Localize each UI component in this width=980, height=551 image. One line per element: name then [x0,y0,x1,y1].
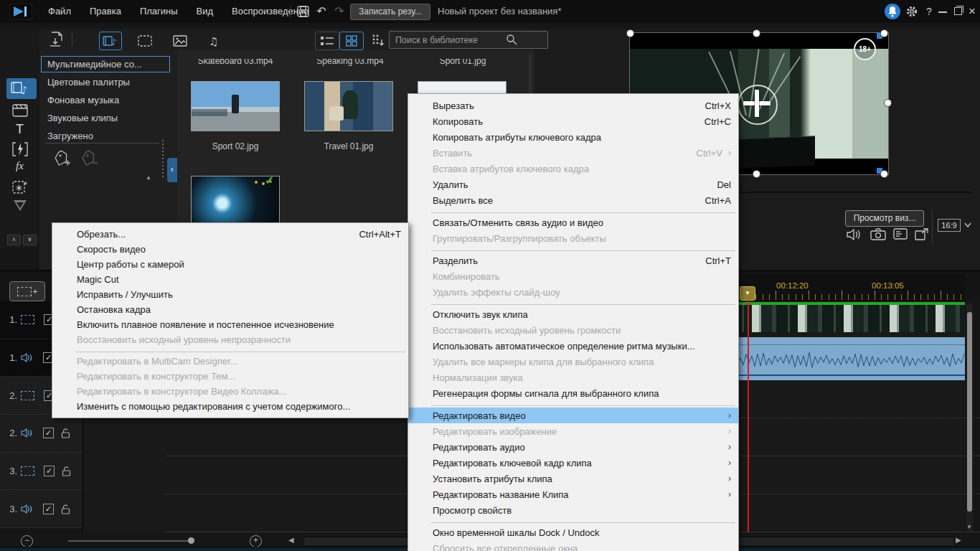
context-menu-item[interactable]: Использовать автоматическое определение … [408,338,738,354]
particle-room-icon[interactable] [0,199,39,212]
track-header-row[interactable]: 2. ✓ [0,415,83,453]
library-category-item[interactable]: Фоновая музыка [41,92,170,108]
resize-handle[interactable] [881,30,887,37]
produce-button[interactable]: Записать резу... [350,4,430,20]
sort-icon[interactable] [372,34,385,47]
submenu-item[interactable]: Редактировать в конструкторе Видео Колла… [52,384,408,399]
filter-photo-icon[interactable] [169,32,192,50]
overlay-room-icon[interactable]: ∗∗ [0,179,39,195]
context-menu-item[interactable]: Нормализация звука [408,369,738,385]
context-menu-item[interactable] [408,401,738,408]
search-input[interactable] [389,31,548,49]
library-category-item[interactable]: Звуковые клипы [41,110,170,126]
preview-quality-button[interactable]: Просмотр виз... [845,210,924,227]
track-lock-icon[interactable] [62,466,71,476]
submenu-item[interactable]: Включить плавное появление и постепенное… [52,317,408,332]
room-scroll-down-icon[interactable]: ∨ [23,235,37,245]
context-menu-item[interactable]: Связать/Отменить связь аудио и видео [408,215,738,230]
zoom-slider-handle[interactable] [188,537,194,544]
media-thumbnail-selected[interactable]: ✓ [191,176,280,226]
room-scroll-up-icon[interactable]: ∧ [7,235,21,245]
resize-handle[interactable] [885,100,891,106]
submenu-item[interactable]: Исправить / Улучшить [52,287,408,302]
context-menu-item[interactable]: Редактировать изображение › [408,423,738,439]
notifications-bell-icon[interactable] [885,4,900,19]
context-menu-item[interactable]: Установить атрибуты клипа › [408,471,738,486]
aspect-dropdown-chevron-icon[interactable] [964,222,971,227]
library-category-item[interactable]: Мультимедийное со... [41,56,170,72]
track-enable-checkbox[interactable]: ✓ [43,504,54,514]
menubar-item[interactable]: Вид [187,0,223,23]
submenu-item[interactable]: Magic Cut [52,272,408,287]
help-icon[interactable]: ? [922,0,936,23]
context-menu-item[interactable]: Редактировать название Клипа › [408,486,738,502]
submenu-item[interactable]: Скорость видео [52,242,408,257]
filter-video-icon[interactable] [133,32,156,50]
context-menu-item[interactable]: Редактировать видео › [408,408,738,423]
submenu-item[interactable]: Изменить с помощью редактирования с учет… [52,399,408,414]
media-thumbnail[interactable] [191,81,280,131]
context-menu-item[interactable]: Вырезать Ctrl+X [408,98,738,113]
grid-view-icon[interactable] [339,32,364,50]
undock-preview-icon[interactable] [915,228,929,240]
category-scroll-up-icon[interactable]: ▲ [146,174,151,181]
context-menu-item[interactable] [408,300,738,306]
resize-handle[interactable] [753,30,760,37]
context-menu-item[interactable]: Восстановить исходный уровень громкости [408,322,738,338]
resize-handle[interactable] [753,171,760,177]
library-category-item[interactable]: Загружено [41,128,170,144]
submenu-item[interactable]: Восстановить исходный уровень непрозрачн… [52,332,408,347]
track-manager-button[interactable]: + [9,281,45,301]
context-menu-item[interactable]: Группировать/Разгруппировать объекты [408,230,738,246]
mute-speaker-icon[interactable] [847,228,862,241]
close-icon[interactable]: × [965,0,979,23]
context-menu-item[interactable]: Удалить все маркеры клипа для выбранного… [408,354,738,369]
track-enable-checkbox[interactable]: ✓ [44,466,55,476]
details-icon[interactable] [893,228,908,240]
track-header-row[interactable]: 3. ✓ [0,490,83,528]
playhead-handle[interactable]: ▼ [740,286,755,301]
media-room-icon[interactable]: ♪ [0,80,39,96]
context-menu-item[interactable]: Редактировать ключевой кадр клипа › [408,455,738,471]
restore-icon[interactable] [954,7,962,15]
zoom-in-button[interactable]: + [250,535,262,547]
submenu-item[interactable]: Обрезать... Ctrl+Alt+T [52,227,408,242]
context-menu-item[interactable]: Вставка атрибутов ключевого кадра [408,161,738,176]
context-menu-item[interactable]: Удалить эффекты слайд-шоу [408,284,738,300]
minimize-icon[interactable] [938,11,947,13]
track-enable-checkbox[interactable]: ✓ [43,428,54,438]
submenu-item[interactable]: Редактировать в конструкторе Тем... [52,369,408,384]
panel-drag-handle[interactable] [162,140,164,177]
submenu-item[interactable]: Центр работы с камерой [52,257,408,272]
timeline-scroll-right-icon[interactable]: ▶ [956,536,961,544]
menubar-item[interactable]: Плагины [131,0,187,23]
object-move-handle[interactable] [755,90,759,117]
context-menu-item[interactable]: Сбросить все открепленные окна [408,540,738,551]
context-menu-item[interactable]: Окно временной шкалы Dock / Undock [408,524,738,540]
context-menu-item[interactable]: Копировать Ctrl+C [408,113,738,129]
context-menu-item[interactable]: Разделить Ctrl+T [408,253,738,268]
context-menu-item[interactable]: Комбинировать [408,268,738,284]
context-menu-item[interactable]: Редактировать аудио › [408,439,738,455]
settings-gear-icon[interactable] [905,5,918,18]
context-menu-item[interactable]: Копировать атрибуты ключевого кадра [408,129,738,145]
track-header-row[interactable]: 3. ✓ [0,453,83,491]
timeline-scroll-left-icon[interactable]: ◀ [288,536,294,544]
filter-music-icon[interactable]: ♫ [203,32,226,50]
context-menu-item[interactable]: Отключить звук клипа [408,306,738,322]
playhead-line[interactable] [748,300,749,532]
collapse-panel-button[interactable]: ‹ [167,158,177,182]
track-lock-icon[interactable] [61,428,70,438]
resize-handle[interactable] [627,30,633,37]
aspect-ratio-value[interactable]: 16:9 [938,219,961,232]
list-view-icon[interactable] [315,32,339,50]
submenu-item[interactable]: Редактировать в MultiCam Designer... [52,354,408,369]
submenu-item[interactable] [52,347,408,354]
menubar-item[interactable]: Правка [80,0,131,23]
import-media-icon[interactable] [50,32,65,47]
context-menu-item[interactable] [408,208,738,215]
context-menu-item[interactable] [408,518,738,524]
context-menu-item[interactable]: Выделить все Ctrl+A [408,192,738,208]
snapshot-camera-icon[interactable] [870,228,886,240]
media-thumbnail[interactable] [304,81,393,131]
